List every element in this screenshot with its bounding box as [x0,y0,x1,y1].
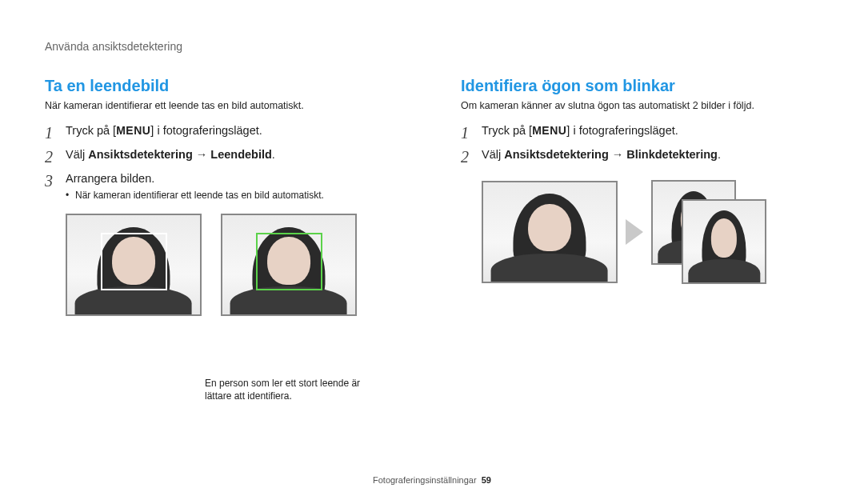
burst-photo-2 [682,199,766,284]
step2-bold: Ansiktsdetektering → Leendebild [88,148,272,161]
blink-step2-bold: Ansiktsdetektering → Blinkdetektering [504,148,718,161]
step-2: Välj Ansiktsdetektering → Leendebild. [45,146,403,164]
smile-caption: En person som ler ett stort leende är lä… [205,377,381,402]
blink-step2-pre: Välj [482,148,504,161]
step1-post: ] i fotograferingsläget. [150,124,262,137]
step2-pre: Välj [66,148,88,161]
smile-heading: Ta en leendebild [45,77,403,95]
smile-figure-row [66,214,403,316]
page-number: 59 [482,475,491,485]
photo-face-neutral [66,214,202,316]
blink-step-2: Välj Ansiktsdetektering → Blinkdetekteri… [461,146,819,164]
menu-label: MENU [532,124,566,137]
smile-intro: När kameran identifierar ett leende tas … [45,100,403,111]
step1-pre: Tryck på [ [66,124,116,137]
blink-step1-pre: Tryck på [ [482,124,532,137]
breadcrumb: Använda ansiktsdetektering [45,40,819,53]
arrow-right-icon [626,219,643,245]
step3-text: Arrangera bilden. [66,172,154,185]
page-footer: Fotograferingsinställningar 59 [0,475,864,485]
step3-bullet: När kameran identifierar ett leende tas … [66,189,403,202]
photo-eyes-closed [482,181,618,283]
blink-intro: Om kameran känner av slutna ögon tas aut… [461,100,819,111]
blink-step-1: Tryck på [MENU] i fotograferingsläget. [461,122,819,140]
step2-post: . [272,148,275,161]
photo-face-smile [221,214,357,316]
photo-burst-stack [651,180,771,284]
blink-steps: Tryck på [MENU] i fotograferingsläget. V… [461,122,819,164]
blink-heading: Identifiera ögon som blinkar [461,77,819,95]
left-column: Ta en leendebild När kameran identifiera… [45,77,403,402]
smile-steps: Tryck på [MENU] i fotograferingsläget. V… [45,122,403,202]
blink-figure-row [482,180,819,284]
blink-step1-post: ] i fotograferingsläget. [566,124,678,137]
face-detect-box-white [101,233,167,290]
manual-page: Använda ansiktsdetektering Ta en leendeb… [0,0,864,504]
two-column-layout: Ta en leendebild När kameran identifiera… [45,77,819,402]
face-detect-box-green [256,233,322,290]
blink-step2-post: . [718,148,721,161]
footer-label: Fotograferingsinställningar [373,475,477,485]
step-3: Arrangera bilden. När kameran identifier… [45,170,403,203]
right-column: Identifiera ögon som blinkar Om kameran … [461,77,819,402]
step-1: Tryck på [MENU] i fotograferingsläget. [45,122,403,140]
callout-line [289,314,290,316]
menu-label: MENU [116,124,150,137]
